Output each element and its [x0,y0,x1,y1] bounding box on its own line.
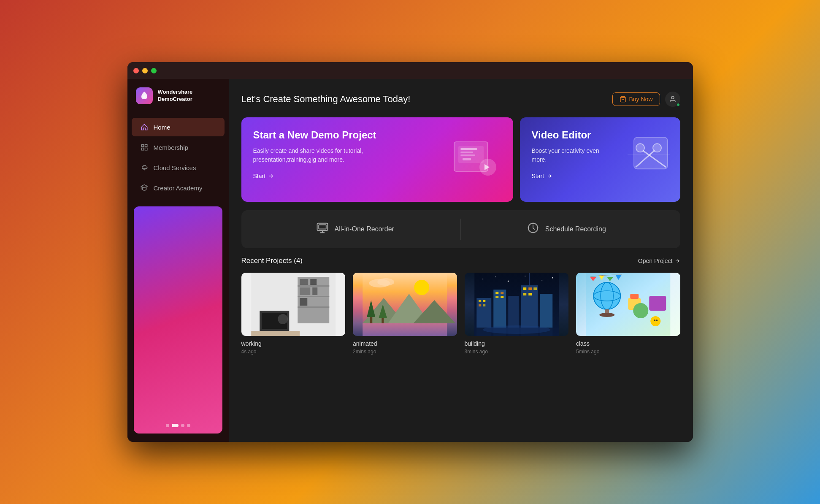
project-item-building[interactable]: building 3mins ago [465,273,569,355]
svg-rect-67 [483,300,485,302]
svg-rect-33 [300,287,310,295]
svg-rect-28 [298,285,329,287]
svg-rect-13 [460,152,473,153]
titlebar [127,62,693,79]
sidebar-item-home[interactable]: Home [132,118,225,136]
recorder-bar: All-in-One Recorder Schedule Recording [241,210,680,248]
schedule-recording-button[interactable]: Schedule Recording [461,210,672,248]
svg-rect-76 [533,287,537,290]
project-name-working: working [241,340,346,347]
svg-rect-29 [298,296,329,297]
project-name-animated: animated [353,340,457,347]
svg-rect-73 [501,296,503,298]
all-in-one-label: All-in-One Recorder [335,225,394,233]
clock-icon [527,222,539,237]
project-item-class[interactable]: class 5mins ago [576,273,680,355]
svg-rect-70 [495,292,498,294]
project-thumb-class [576,273,680,336]
arrow-right-icon [268,173,274,179]
close-button[interactable] [133,68,139,73]
maximize-button[interactable] [151,68,157,73]
svg-rect-34 [312,287,317,295]
svg-rect-40 [251,331,300,336]
sidebar: Wondershare DemoCreator Wondershare Demo… [127,79,229,442]
svg-rect-91 [649,296,666,311]
cards-row: Start a New Demo Project Easily create a… [241,117,680,202]
project-thumb-animated [353,273,457,336]
svg-rect-66 [479,300,481,302]
svg-rect-89 [630,294,639,299]
project-time-animated: 2mins ago [353,349,457,355]
animated-scene [353,273,457,336]
svg-rect-68 [479,304,481,306]
project-thumb-working [241,273,346,336]
building-scene [465,273,569,336]
project-item-working[interactable]: working 4s ago [241,273,346,355]
svg-point-49 [377,278,394,286]
svg-rect-30 [298,306,329,308]
video-editor-desc: Boost your creativity even more. [532,146,614,164]
svg-rect-78 [528,293,532,295]
preview-dots [166,424,190,427]
nav-home-label: Home [154,124,170,131]
svg-rect-35 [300,298,307,306]
svg-point-59 [541,280,542,281]
recent-projects-title: Recent Projects (4) [241,257,303,265]
sidebar-preview [134,206,222,434]
video-editor-card[interactable]: Video Editor Boost your creativity even … [520,117,680,202]
svg-rect-4 [145,148,147,150]
user-icon [669,95,677,103]
svg-point-58 [525,276,525,276]
minimize-button[interactable] [142,68,148,73]
main-content: Let's Create Something Awesome Today! Bu… [229,79,693,442]
svg-point-81 [483,325,550,334]
svg-point-41 [278,314,288,324]
svg-rect-69 [483,304,485,306]
svg-point-55 [482,279,483,279]
svg-point-56 [495,276,496,277]
recorder-monitor-icon [316,222,329,237]
svg-point-87 [599,313,614,317]
graduation-icon [140,184,149,192]
svg-rect-72 [495,296,498,298]
app-window: Wondershare DemoCreator Wondershare Demo… [127,62,693,442]
project-thumb-building [465,273,569,336]
logo-area: Wondershare DemoCreator Wondershare Demo… [127,87,229,117]
nav-creator-label: Creator Academy [154,184,203,192]
svg-point-100 [656,320,658,321]
recent-header: Recent Projects (4) Open Project [241,257,680,265]
buy-now-button[interactable]: Buy Now [612,92,660,106]
schedule-label: Schedule Recording [545,225,606,233]
video-editor-illustration [628,133,674,181]
svg-point-0 [143,95,146,98]
sidebar-item-membership[interactable]: Membership [132,138,225,157]
open-project-button[interactable]: Open Project [638,257,680,264]
svg-point-9 [671,96,674,99]
dot-1 [166,424,169,427]
cloud-icon [140,163,149,172]
demo-project-card[interactable]: Start a New Demo Project Easily create a… [241,117,513,202]
grid-icon [140,143,149,152]
header-actions: Buy Now [612,92,680,107]
dot-4 [187,424,190,427]
svg-rect-24 [319,225,326,229]
all-in-one-recorder-button[interactable]: All-in-One Recorder [250,210,461,248]
buy-now-label: Buy Now [629,96,652,103]
svg-rect-71 [501,292,503,294]
projects-grid: working 4s ago [241,273,680,355]
project-name-class: class [576,340,680,347]
page-title: Let's Create Something Awesome Today! [241,94,411,105]
user-avatar[interactable] [665,92,680,107]
sidebar-item-creator-academy[interactable]: Creator Academy [132,179,225,197]
svg-point-57 [507,281,509,282]
main-layout: Wondershare DemoCreator Wondershare Demo… [127,79,693,442]
nav-cloud-label: Cloud Services [154,164,196,171]
project-item-animated[interactable]: animated 2mins ago [353,273,457,355]
svg-rect-31 [300,279,308,285]
svg-point-90 [633,303,648,318]
open-project-arrow-icon [674,258,680,264]
sidebar-item-cloud-services[interactable]: Cloud Services [132,158,225,177]
online-indicator [677,103,680,106]
project-name-building: building [465,340,569,347]
svg-point-60 [552,277,553,279]
